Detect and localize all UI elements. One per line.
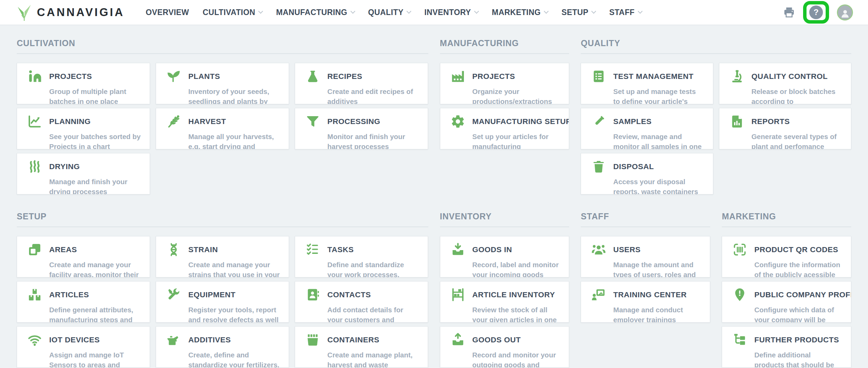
chevron-down-icon [258, 9, 263, 14]
chevron-down-icon [638, 9, 643, 14]
dashboard: CULTIVATION PROJECTS Group of multiple p… [0, 25, 868, 368]
card-description: Register your tools, report and resolve … [188, 305, 280, 323]
nav-marketing[interactable]: MARKETING [492, 8, 548, 17]
card-goods-out[interactable]: GOODS OUT Record and monitor your outgoi… [440, 326, 569, 368]
section-title: MANUFACTURING [440, 38, 569, 54]
card-manufacturing-projects[interactable]: PROJECTS Organize your productions/extra… [440, 63, 569, 104]
nav-cultivation-label: CULTIVATION [203, 8, 255, 17]
section-title: STAFF [581, 212, 710, 227]
card-articles[interactable]: ARTICLES Define general attributes, manu… [17, 281, 150, 323]
card-description: Create and manage your facility areas, m… [49, 260, 141, 277]
shelf-icon [451, 287, 465, 302]
card-description: Set up and manage tests to define your a… [613, 86, 704, 104]
card-goods-in[interactable]: GOODS IN Record, label and monitor your … [440, 236, 569, 277]
nav-manufacturing[interactable]: MANUFACTURING [276, 8, 354, 17]
nav-overview[interactable]: OVERVIEW [146, 8, 189, 17]
section-cards: PROJECTS Group of multiple plant batches… [17, 63, 428, 194]
help-icon-wrapper: ? [803, 1, 829, 24]
nav-manufacturing-label: MANUFACTURING [276, 8, 347, 17]
card-title: PROJECTS [49, 72, 92, 81]
nav-overview-label: OVERVIEW [146, 8, 189, 17]
card-title: AREAS [49, 245, 77, 254]
section-title: MARKETING [722, 212, 851, 227]
nav-inventory[interactable]: INVENTORY [424, 8, 478, 17]
map-marker-alert-icon [732, 287, 747, 302]
card-title: SAMPLES [613, 117, 651, 126]
gear-icon [451, 114, 465, 129]
card-strain[interactable]: STRAIN Create and manage your strains th… [156, 236, 289, 277]
card-training-center[interactable]: TRAINING CENTER Manage and conduct emplo… [581, 281, 710, 323]
card-harvest[interactable]: HARVEST Manage all your harvests, e.g. s… [156, 108, 289, 149]
card-article-inventory[interactable]: ARTICLE INVENTORY Review the stock of al… [440, 281, 569, 323]
sitemap-icon [732, 332, 747, 347]
card-description: Define and standardize your work process… [327, 260, 419, 277]
card-drying[interactable]: DRYING Manage and finish your drying pro… [17, 153, 150, 194]
card-title: DRYING [49, 162, 80, 171]
card-title: ADDITIVES [188, 336, 231, 344]
section-marketing: MARKETING PRODUCT QR CODES Configure the… [722, 212, 851, 368]
section-setup: SETUP AREAS Create and manage your facil… [17, 212, 428, 368]
user-avatar-icon[interactable] [837, 4, 853, 21]
checklist-icon [305, 242, 320, 257]
funnel-icon [305, 114, 320, 129]
nav-cultivation[interactable]: CULTIVATION [203, 8, 262, 17]
card-quality-control[interactable]: QUALITY CONTROL Release or block batches… [719, 63, 851, 104]
card-users[interactable]: USERS Manage the amount and types of use… [581, 236, 710, 277]
inbox-out-icon [451, 332, 465, 347]
card-samples[interactable]: SAMPLES Review, manage and monitor all s… [581, 108, 713, 149]
person-icon [839, 8, 851, 19]
card-planning[interactable]: PLANNING See your batches sorted by Proj… [17, 108, 150, 149]
nav-quality[interactable]: QUALITY [368, 8, 411, 17]
nav-setup[interactable]: SETUP [562, 8, 596, 17]
card-iot-devices[interactable]: IOT DEVICES Assign and mange IoT Sensors… [17, 326, 150, 368]
inbox-in-icon [451, 242, 465, 257]
card-equipment[interactable]: EQUIPMENT Register your tools, report an… [156, 281, 289, 323]
report-chart-icon [730, 114, 744, 129]
card-title: REPORTS [752, 117, 790, 126]
card-contacts[interactable]: CONTACTS Add contact details for your cu… [295, 281, 428, 323]
card-description: Group of multiple plant batches in one p… [49, 86, 141, 104]
brand-logo[interactable]: CANNAVIGIA [16, 3, 125, 21]
card-reports[interactable]: REPORTS Generate several types of plant … [719, 108, 851, 149]
section-cards: GOODS IN Record, label and monitor your … [440, 236, 569, 368]
chart-line-icon [27, 114, 42, 129]
section-cards: AREAS Create and manage your facility ar… [17, 236, 428, 368]
card-additives[interactable]: ADDITIVES Create, define and standardize… [156, 326, 289, 368]
card-title: PLANNING [49, 117, 91, 126]
flask-icon [305, 69, 320, 84]
card-tasks[interactable]: TASKS Define and standardize your work p… [295, 236, 428, 277]
card-recipes[interactable]: RECIPES Create and edit recipes of addit… [295, 63, 428, 104]
printer-icon[interactable] [783, 6, 795, 18]
card-public-company-profile[interactable]: PUBLIC COMPANY PROFILE Configure which d… [722, 281, 851, 323]
training-icon [591, 287, 606, 302]
card-description: Manage the amount and types of users, ro… [613, 260, 701, 277]
card-title: CONTAINERS [327, 336, 379, 344]
boxes-icon [27, 287, 42, 302]
card-description: Define general attributes, manufacturing… [49, 305, 141, 323]
card-manufacturing-setup[interactable]: MANUFACTURING SETUP Set up your articles… [440, 108, 569, 149]
card-test-management[interactable]: TEST MANAGEMENT Set up and manage tests … [581, 63, 713, 104]
help-icon[interactable]: ? [809, 5, 823, 19]
card-title: HARVEST [188, 117, 226, 126]
card-further-products[interactable]: FURTHER PRODUCTS Define additional produ… [722, 326, 851, 368]
address-book-icon [305, 287, 320, 302]
card-title: CONTACTS [327, 290, 371, 299]
nav-staff[interactable]: STAFF [609, 8, 642, 17]
card-title: RECIPES [327, 72, 362, 81]
test-tube-icon [591, 114, 606, 129]
card-description: Review the stock of all your given artic… [472, 305, 560, 323]
card-processing[interactable]: PROCESSING Monitor and finish your harve… [295, 108, 428, 149]
card-areas[interactable]: AREAS Create and manage your facility ar… [17, 236, 150, 277]
clipboard-list-icon [591, 69, 606, 84]
card-product-qr-codes[interactable]: PRODUCT QR CODES Configure the informati… [722, 236, 851, 277]
card-containers[interactable]: CONTAINERS Create and manage plant, harv… [295, 326, 428, 368]
card-disposal[interactable]: DISPOSAL Access your disposal reports, w… [581, 153, 713, 194]
card-title: ARTICLE INVENTORY [472, 290, 555, 299]
card-title: GOODS OUT [472, 336, 521, 344]
card-description: Manage and conduct employer trainings [613, 305, 701, 323]
card-cultivation-projects[interactable]: PROJECTS Group of multiple plant batches… [17, 63, 150, 104]
section-cultivation: CULTIVATION PROJECTS Group of multiple p… [17, 38, 428, 194]
card-title: TEST MANAGEMENT [613, 72, 693, 81]
card-title: PLANTS [188, 72, 220, 81]
card-plants[interactable]: PLANTS Inventory of your seeds, seedling… [156, 63, 289, 104]
